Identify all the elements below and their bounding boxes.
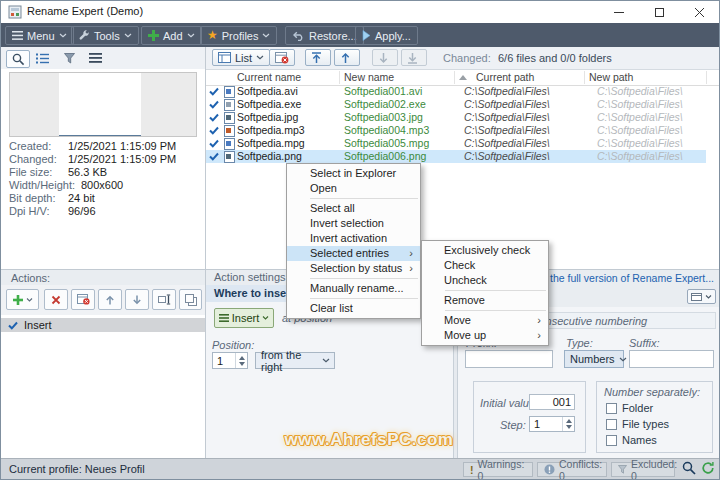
column-header-current-name[interactable]: Current name bbox=[237, 71, 301, 83]
table-row[interactable]: Softpedia.exe Softpedia002.exe C:\Softpe… bbox=[206, 98, 706, 111]
position-label: Position: bbox=[212, 339, 254, 351]
column-header-current-path[interactable]: Current path bbox=[476, 71, 534, 83]
checkbox-unchecked[interactable] bbox=[606, 435, 617, 446]
order-full-version-link[interactable]: Order the full version of Rename Expert.… bbox=[520, 272, 714, 284]
checkbox-checked[interactable] bbox=[209, 126, 219, 135]
move-down-button[interactable] bbox=[372, 49, 398, 66]
submenu-item-uncheck[interactable]: Uncheck bbox=[422, 273, 548, 288]
apply-button[interactable]: Apply... bbox=[355, 26, 418, 45]
menu-item-select-in-explorer[interactable]: Select in Explorer bbox=[287, 166, 420, 181]
details-list-icon[interactable] bbox=[32, 50, 54, 66]
profiles-button[interactable]: ★ Profiles bbox=[200, 26, 277, 45]
menu-item-open[interactable]: Open bbox=[287, 181, 420, 196]
submenu-item-move[interactable]: Move › bbox=[422, 313, 548, 328]
move-action-up-button[interactable] bbox=[98, 289, 122, 310]
list-view-button[interactable]: List bbox=[212, 49, 270, 66]
actions-header: Actions: bbox=[1, 269, 205, 285]
move-up-button[interactable] bbox=[334, 49, 360, 66]
add-button[interactable]: Add bbox=[141, 26, 202, 45]
warnings-label: Warnings: 0 bbox=[478, 458, 527, 480]
submenu-item-check[interactable]: Check bbox=[422, 258, 548, 273]
checkbox-checked[interactable] bbox=[8, 321, 18, 330]
menu-button[interactable]: Menu bbox=[5, 26, 74, 45]
table-row[interactable]: Softpedia.mp3 Softpedia004.mp3 C:\Softpe… bbox=[206, 124, 706, 137]
warning-icon: ! bbox=[470, 464, 474, 476]
submenu-item-remove[interactable]: Remove bbox=[422, 293, 548, 308]
search-icon[interactable] bbox=[6, 50, 30, 68]
initial-value-input[interactable]: 001 bbox=[529, 394, 575, 410]
spinner-arrows[interactable] bbox=[562, 417, 574, 431]
menu-item-invert-selection[interactable]: Invert selection bbox=[287, 216, 420, 231]
menu-item-select-all[interactable]: Select all bbox=[287, 201, 420, 216]
restore-button[interactable]: Restore... bbox=[285, 26, 364, 45]
wrench-icon bbox=[78, 30, 90, 42]
step-value[interactable]: 1 bbox=[530, 418, 562, 430]
direction-dropdown[interactable]: from the right bbox=[255, 352, 335, 369]
checkbox-checked[interactable] bbox=[209, 139, 219, 148]
checkbox-checked[interactable] bbox=[209, 152, 219, 161]
delete-action-button[interactable] bbox=[44, 289, 68, 310]
maximize-button[interactable] bbox=[639, 1, 679, 23]
submenu-item-exclusively-check[interactable]: Exclusively check bbox=[422, 243, 548, 258]
menu-lines-icon[interactable] bbox=[84, 50, 106, 66]
move-to-top-button[interactable] bbox=[305, 49, 331, 66]
menu-item-selected-entries[interactable]: Selected entries › bbox=[287, 246, 420, 261]
action-item-label: Insert bbox=[24, 319, 52, 331]
checkbox-checked[interactable] bbox=[209, 100, 219, 109]
checkbox-checked[interactable] bbox=[209, 113, 219, 122]
menu-item-manually-rename[interactable]: Manually rename... bbox=[287, 281, 420, 296]
minimize-button[interactable] bbox=[599, 1, 639, 23]
initial-value-group: Initial value: 001 Step: 1 bbox=[473, 381, 586, 453]
action-list-item-insert[interactable]: Insert bbox=[1, 318, 205, 332]
submenu-item-move-up[interactable]: Move up › bbox=[422, 328, 548, 343]
new-path-cell: C:\Softpedia\Files\ bbox=[597, 85, 683, 98]
prefix-input[interactable] bbox=[465, 350, 553, 368]
table-row[interactable]: Softpedia.avi Softpedia001.avi C:\Softpe… bbox=[206, 85, 706, 98]
menu-item-selection-by-status[interactable]: Selection by status › bbox=[287, 261, 420, 276]
move-to-bottom-button[interactable] bbox=[401, 49, 427, 66]
table-row[interactable]: Softpedia.jpg Softpedia003.jpg C:\Softpe… bbox=[206, 111, 706, 124]
rename-action-button[interactable] bbox=[152, 289, 176, 310]
table-row-selected[interactable]: Softpedia.png Softpedia006.png C:\Softpe… bbox=[206, 150, 706, 163]
dpi-value: 96/96 bbox=[68, 205, 96, 217]
type-dropdown[interactable]: Numbers bbox=[564, 350, 624, 368]
names-checkbox-row[interactable]: Names bbox=[606, 434, 657, 446]
checkbox-unchecked[interactable] bbox=[606, 403, 617, 414]
spinner-arrows[interactable] bbox=[235, 353, 247, 368]
menu-item-invert-activation[interactable]: Invert activation bbox=[287, 231, 420, 246]
status-bar: Current profile: Neues Profil ! Warnings… bbox=[1, 458, 719, 480]
menu-item-clear-list[interactable]: Clear list bbox=[287, 301, 420, 316]
folder-checkbox-row[interactable]: Folder bbox=[606, 402, 653, 414]
close-button[interactable] bbox=[679, 1, 719, 23]
copy-action-button[interactable] bbox=[179, 289, 202, 310]
position-value[interactable]: 1 bbox=[213, 355, 235, 367]
chevron-down-icon bbox=[318, 358, 334, 363]
bit-depth-label: Bit depth: bbox=[9, 192, 55, 204]
move-action-down-button[interactable] bbox=[125, 289, 149, 310]
tools-button[interactable]: Tools bbox=[71, 26, 139, 45]
suffix-input[interactable] bbox=[629, 350, 714, 368]
chevron-down-icon bbox=[256, 55, 264, 60]
position-spinner[interactable]: 1 bbox=[212, 352, 248, 369]
chevron-down-icon bbox=[262, 33, 270, 38]
search-icon[interactable] bbox=[682, 461, 696, 475]
list-view-label: List bbox=[235, 52, 252, 64]
warnings-button[interactable]: ! Warnings: 0 bbox=[463, 462, 533, 477]
checkbox-unchecked[interactable] bbox=[606, 419, 617, 430]
conflicts-button[interactable]: Conflicts: 0 bbox=[537, 462, 607, 477]
table-row[interactable]: Softpedia.mpg Softpedia005.mpg C:\Softpe… bbox=[206, 137, 706, 150]
add-action-button[interactable] bbox=[6, 289, 39, 310]
insert-mode-button[interactable]: Insert bbox=[214, 308, 274, 328]
step-spinner[interactable]: 1 bbox=[529, 416, 575, 432]
refresh-icon[interactable] bbox=[701, 461, 715, 475]
checkbox-checked[interactable] bbox=[209, 87, 219, 96]
column-header-new-name[interactable]: New name bbox=[344, 71, 394, 83]
excluded-button[interactable]: Excluded: 0 bbox=[611, 462, 675, 477]
remove-entries-button[interactable] bbox=[269, 49, 295, 66]
panel-layout-button[interactable] bbox=[687, 289, 716, 304]
clear-actions-button[interactable] bbox=[71, 289, 95, 310]
column-header-new-path[interactable]: New path bbox=[589, 71, 633, 83]
file-types-checkbox-row[interactable]: File types bbox=[606, 418, 669, 430]
filter-icon[interactable] bbox=[58, 50, 80, 66]
current-name-cell: Softpedia.exe bbox=[237, 98, 301, 111]
